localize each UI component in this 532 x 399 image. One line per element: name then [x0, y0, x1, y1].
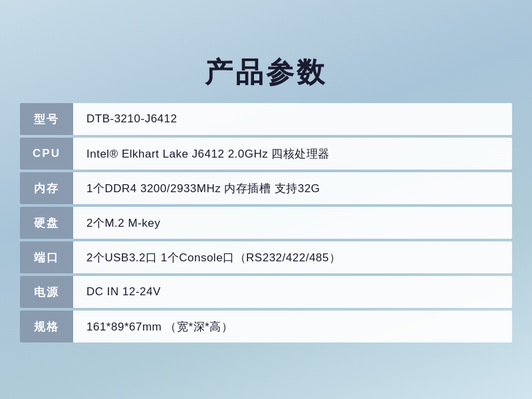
spec-label-size: 规格	[20, 311, 73, 342]
page-title: 产品参数	[20, 54, 512, 91]
spec-value-power: DC IN 12-24V	[73, 276, 512, 308]
spec-label-memory: 内存	[20, 172, 73, 204]
spec-row-size: 规格161*89*67mm （宽*深*高）	[20, 311, 512, 342]
spec-value-ports: 2个USB3.2口 1个Console口（RS232/422/485）	[73, 241, 512, 273]
spec-row-memory: 内存1个DDR4 3200/2933MHz 内存插槽 支持32G	[20, 172, 512, 204]
page-container: 产品参数 型号DTB-3210-J6412CPUIntel® Elkhart L…	[7, 47, 525, 352]
spec-value-cpu: Intel® Elkhart Lake J6412 2.0GHz 四核处理器	[73, 138, 512, 170]
spec-value-memory: 1个DDR4 3200/2933MHz 内存插槽 支持32G	[73, 172, 512, 204]
spec-row-ports: 端口2个USB3.2口 1个Console口（RS232/422/485）	[20, 241, 512, 273]
spec-value-storage: 2个M.2 M-key	[73, 207, 512, 239]
spec-label-storage: 硬盘	[20, 207, 73, 239]
spec-row-model: 型号DTB-3210-J6412	[20, 103, 512, 135]
spec-row-power: 电源DC IN 12-24V	[20, 276, 512, 308]
spec-label-power: 电源	[20, 276, 73, 308]
spec-label-cpu: CPU	[20, 138, 73, 170]
spec-row-cpu: CPUIntel® Elkhart Lake J6412 2.0GHz 四核处理…	[20, 138, 512, 170]
spec-row-storage: 硬盘2个M.2 M-key	[20, 207, 512, 239]
spec-list: 型号DTB-3210-J6412CPUIntel® Elkhart Lake J…	[20, 103, 512, 342]
spec-value-model: DTB-3210-J6412	[73, 103, 512, 135]
spec-value-size: 161*89*67mm （宽*深*高）	[73, 311, 512, 342]
spec-label-model: 型号	[20, 103, 73, 135]
spec-label-ports: 端口	[20, 241, 73, 273]
